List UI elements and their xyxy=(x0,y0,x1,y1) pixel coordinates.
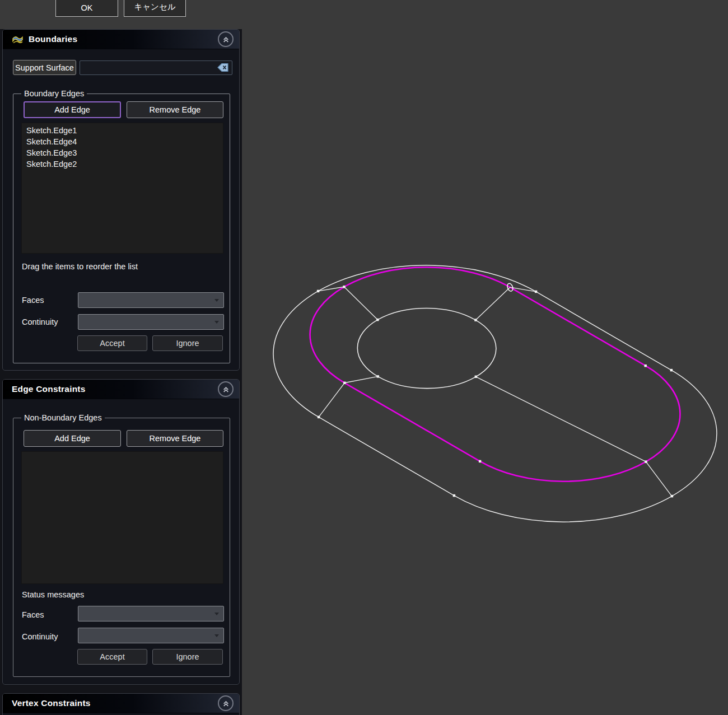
remove-edge-label: Remove Edge xyxy=(150,434,201,443)
panel-title: Edge Constraints xyxy=(12,384,86,394)
connector-edge[interactable] xyxy=(475,287,510,320)
outer-surface-edge[interactable] xyxy=(209,228,728,559)
connector-edge[interactable] xyxy=(344,376,378,382)
continuity-dropdown-value xyxy=(78,315,223,317)
vertex-dot xyxy=(535,291,537,293)
ignore-button-2[interactable]: Ignore xyxy=(152,649,223,665)
vertex-constraints-panel: Vertex Constraints xyxy=(2,693,240,715)
edge-constraints-panel-header: Edge Constraints xyxy=(3,380,239,399)
connector-edge[interactable] xyxy=(319,383,344,417)
vertex-dot xyxy=(475,376,477,378)
group-title: Boundary Edges xyxy=(21,88,87,99)
vertex-dot xyxy=(474,319,477,321)
collapse-panel-button[interactable] xyxy=(218,695,234,711)
boundaries-icon xyxy=(12,35,24,44)
inner-circle-edge[interactable] xyxy=(329,292,525,405)
add-edge-button-2[interactable]: Add Edge xyxy=(24,430,121,447)
faces-dropdown-value xyxy=(78,606,223,609)
continuity-label: Continuity xyxy=(22,632,58,641)
vertex-dot xyxy=(377,375,379,377)
connector-edge[interactable] xyxy=(344,287,378,320)
boundary-edges-list[interactable]: Sketch.Edge1Sketch.Edge4Sketch.Edge3Sket… xyxy=(21,123,223,254)
faces-label: Faces xyxy=(22,296,44,305)
vertex-dot xyxy=(343,286,345,288)
accept-button-2[interactable]: Accept xyxy=(77,649,147,665)
cancel-button[interactable]: キャンセル xyxy=(124,0,186,17)
faces-dropdown-2[interactable] xyxy=(78,606,224,621)
faces-label: Faces xyxy=(22,610,44,619)
list-item[interactable]: Sketch.Edge3 xyxy=(22,147,223,158)
remove-edge-button[interactable]: Remove Edge xyxy=(127,101,223,118)
continuity-dropdown-value xyxy=(78,628,223,630)
ignore-label: Ignore xyxy=(176,339,199,348)
panel-title: Boundaries xyxy=(29,34,77,44)
continuity-dropdown[interactable] xyxy=(78,314,224,330)
panel-title: Vertex Constraints xyxy=(12,698,91,708)
support-surface-button-label: Support Surface xyxy=(15,63,74,72)
vertex-dot xyxy=(343,382,346,384)
vertex-dot xyxy=(645,364,647,367)
chevron-down-icon xyxy=(214,321,219,324)
accept-label: Accept xyxy=(100,339,124,348)
vertex-dot xyxy=(671,495,673,497)
status-messages-label: Status messages xyxy=(22,590,84,599)
ignore-label: Ignore xyxy=(176,652,199,661)
add-edge-label: Add Edge xyxy=(54,434,90,443)
vertex-dot xyxy=(317,290,319,292)
cancel-button-label: キャンセル xyxy=(134,2,175,12)
accept-button[interactable]: Accept xyxy=(77,335,147,351)
vertex-dot xyxy=(479,460,481,462)
vertex-dots xyxy=(317,286,673,497)
vertex-constraints-panel-header: Vertex Constraints xyxy=(3,694,239,713)
list-item[interactable]: Sketch.Edge4 xyxy=(22,136,223,147)
support-surface-button[interactable]: Support Surface xyxy=(13,60,76,75)
list-item[interactable]: Sketch.Edge1 xyxy=(22,123,223,136)
chevron-down-icon xyxy=(214,613,219,615)
vertex-dot xyxy=(670,369,673,371)
boundaries-panel: Boundaries Support Surface Boundary Edge… xyxy=(2,29,240,371)
connector-edge[interactable] xyxy=(646,462,671,496)
remove-edge-label: Remove Edge xyxy=(150,105,201,114)
transversal-edges xyxy=(318,287,671,496)
add-edge-label: Add Edge xyxy=(54,105,90,114)
collapse-panel-button[interactable] xyxy=(218,381,234,397)
ignore-button[interactable]: Ignore xyxy=(152,335,223,351)
accept-label: Accept xyxy=(100,652,124,661)
collapse-panel-button[interactable] xyxy=(218,31,234,47)
vertex-dot xyxy=(645,461,647,463)
vertex-dot xyxy=(376,319,379,321)
vertex-dot xyxy=(318,416,320,418)
clear-input-icon[interactable] xyxy=(217,63,229,72)
list-item[interactable]: Sketch.Edge2 xyxy=(22,158,223,170)
support-surface-input[interactable] xyxy=(80,60,232,75)
chevron-down-icon xyxy=(214,634,219,637)
connector-edge[interactable] xyxy=(476,377,646,462)
boundaries-panel-header: Boundaries xyxy=(3,30,239,49)
chevron-down-icon xyxy=(214,299,219,302)
reorder-hint: Drag the items to reorder the list xyxy=(22,262,138,271)
group-title: Non-Boundary Edges xyxy=(21,413,105,423)
selected-boundary-edges-magenta[interactable] xyxy=(262,239,728,510)
non-boundary-edges-list[interactable] xyxy=(21,451,223,584)
vertex-dot xyxy=(453,494,455,497)
edge-constraints-panel: Edge Constraints Non-Boundary Edges Add … xyxy=(2,379,240,685)
ok-button-label: OK xyxy=(81,3,93,12)
continuity-label: Continuity xyxy=(22,317,58,326)
faces-dropdown-value xyxy=(78,293,223,295)
ok-button[interactable]: OK xyxy=(55,0,118,17)
faces-dropdown[interactable] xyxy=(78,292,224,308)
continuity-dropdown-2[interactable] xyxy=(78,628,224,643)
remove-edge-button-2[interactable]: Remove Edge xyxy=(127,430,223,447)
add-edge-button[interactable]: Add Edge xyxy=(24,101,121,118)
